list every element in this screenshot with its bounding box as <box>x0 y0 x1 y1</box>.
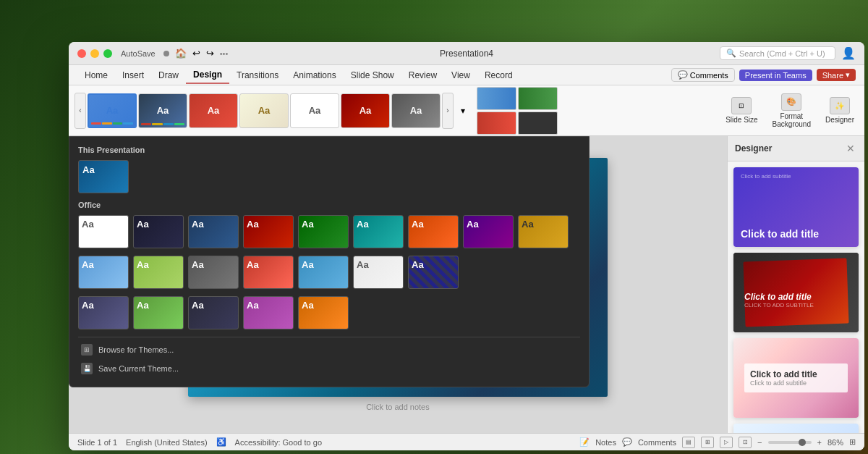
variant-1[interactable] <box>477 87 516 110</box>
tab-transitions[interactable]: Transitions <box>229 67 286 83</box>
gallery-prev-arrow[interactable]: ‹ <box>75 93 86 129</box>
tab-animations[interactable]: Animations <box>286 67 343 83</box>
share-arrow-icon: ▾ <box>846 70 850 80</box>
slide-size-icon: ⊡ <box>731 97 752 114</box>
tab-draw[interactable]: Draw <box>151 67 186 83</box>
theme-item-6[interactable]: Aa <box>353 215 404 248</box>
theme-item-18[interactable]: Aa <box>133 296 184 329</box>
slideshow-view-button[interactable]: ⊡ <box>739 437 752 448</box>
design-card-2-title: Click to add title <box>744 292 848 302</box>
theme-item-15[interactable]: Aa <box>353 256 404 289</box>
title-bar: AutoSave 🏠 ↩ ↪ ••• Presentation4 🔍 Searc… <box>69 42 864 65</box>
theme-red[interactable]: Aa <box>189 93 238 128</box>
theme-item-13[interactable]: Aa <box>243 256 294 289</box>
tab-design[interactable]: Design <box>186 67 229 84</box>
undo-icon[interactable]: ↩ <box>192 48 200 59</box>
designer-button[interactable]: ✨ Designer <box>821 94 859 127</box>
notes-label[interactable]: Notes <box>595 438 616 447</box>
comments-icon: 💬 <box>678 70 688 80</box>
search-placeholder: Search (Cmd + Ctrl + U) <box>739 49 825 58</box>
status-right: 📝 Notes 💬 Comments ▤ ⊞ ▷ ⊡ − + 86% ⊞ <box>579 437 856 448</box>
tab-record[interactable]: Record <box>477 67 520 83</box>
theme-red2[interactable]: Aa <box>341 93 390 128</box>
theme-item-17[interactable]: Aa <box>78 296 129 329</box>
zoom-slider[interactable] <box>768 441 812 444</box>
tab-insert[interactable]: Insert <box>115 67 151 83</box>
design-card-2[interactable]: Click to add title CLICK TO ADD SUBTITLE <box>733 253 859 332</box>
tab-slideshow[interactable]: Slide Show <box>344 67 401 83</box>
zoom-minus-icon[interactable]: − <box>757 438 762 447</box>
theme-item-7[interactable]: Aa <box>408 215 459 248</box>
office-themes-header: Office <box>78 201 580 209</box>
theme-item-14[interactable]: Aa <box>298 256 349 289</box>
home-icon[interactable]: 🏠 <box>175 48 187 59</box>
theme-item-19[interactable]: Aa <box>188 296 239 329</box>
theme-dark[interactable]: Aa <box>138 93 187 128</box>
design-card-1[interactable]: Click to add subtitle Click to add title <box>733 167 859 247</box>
theme-item-21[interactable]: Aa <box>298 296 349 329</box>
share-button[interactable]: Share ▾ <box>817 69 856 81</box>
fit-slide-icon[interactable]: ⊞ <box>849 437 856 447</box>
variant-4[interactable] <box>518 112 558 135</box>
theme-item-12[interactable]: Aa <box>188 256 239 289</box>
share-profile-icon[interactable]: 👤 <box>841 46 856 60</box>
notes-icon: 📝 <box>579 437 590 447</box>
minimize-button[interactable] <box>90 49 99 58</box>
maximize-button[interactable] <box>103 49 112 58</box>
designer-icon: ✨ <box>830 97 850 114</box>
theme-item-16[interactable]: Aa <box>408 256 459 289</box>
save-icon: 💾 <box>81 363 93 374</box>
click-to-add-notes[interactable]: Click to add notes <box>366 403 429 411</box>
theme-current[interactable]: Aa <box>88 93 137 128</box>
theme-gray[interactable]: Aa <box>391 93 441 128</box>
design-card-4[interactable] <box>733 424 859 433</box>
variant-2[interactable] <box>518 87 558 110</box>
autosave-label: AutoSave <box>121 49 156 58</box>
designer-close-button[interactable]: ✕ <box>844 142 857 155</box>
save-theme-action[interactable]: 💾 Save Current Theme... <box>78 359 580 378</box>
theme-item-11[interactable]: Aa <box>133 256 184 289</box>
close-button[interactable] <box>77 49 86 58</box>
tab-review[interactable]: Review <box>401 67 444 83</box>
comments-status-label[interactable]: Comments <box>638 438 676 447</box>
zoom-plus-icon[interactable]: + <box>817 438 822 447</box>
theme-item-8[interactable]: Aa <box>463 215 514 248</box>
theme-item-4[interactable]: Aa <box>243 215 294 248</box>
accessibility-status[interactable]: Accessibility: Good to go <box>235 438 322 447</box>
tab-view[interactable]: View <box>444 67 477 83</box>
zoom-level[interactable]: 86% <box>827 438 843 447</box>
browse-themes-action[interactable]: ⊞ Browse for Themes... <box>78 340 580 359</box>
variant-3[interactable] <box>477 112 516 135</box>
theme-item-1[interactable]: Aa <box>78 215 129 248</box>
grid-view-button[interactable]: ⊞ <box>701 437 714 448</box>
theme-item-10[interactable]: Aa <box>78 256 129 289</box>
gallery-next-arrow[interactable]: › <box>442 93 454 129</box>
theme-item-20[interactable]: Aa <box>243 296 294 329</box>
format-bg-icon: 🎨 <box>781 93 801 111</box>
gallery-expand-arrow[interactable]: ▾ <box>456 104 469 117</box>
comments-icon: 💬 <box>622 437 632 447</box>
ribbon-actions: 💬 Comments Present in Teams Share ▾ <box>671 68 856 82</box>
slide-size-button[interactable]: ⊡ Slide Size <box>721 94 762 127</box>
comments-button[interactable]: 💬 Comments <box>671 68 735 82</box>
format-bg-button[interactable]: 🎨 FormatBackground <box>768 91 815 131</box>
search-box[interactable]: 🔍 Search (Cmd + Ctrl + U) <box>720 46 835 60</box>
theme-item-9[interactable]: Aa <box>518 215 569 248</box>
more-icon[interactable]: ••• <box>220 49 229 58</box>
design-card-1-title: Click to add title <box>741 228 851 240</box>
format-bg-label: FormatBackground <box>773 112 811 128</box>
redo-icon[interactable]: ↪ <box>206 48 214 59</box>
normal-view-button[interactable]: ▤ <box>682 437 695 448</box>
tab-home[interactable]: Home <box>77 67 115 83</box>
theme-item-2[interactable]: Aa <box>133 215 184 248</box>
theme-item-3[interactable]: Aa <box>188 215 239 248</box>
theme-item-5[interactable]: Aa <box>298 215 349 248</box>
browse-icon: ⊞ <box>81 344 93 356</box>
present-button[interactable]: Present in Teams <box>739 70 812 81</box>
design-card-2-subtitle: CLICK TO ADD SUBTITLE <box>744 302 848 308</box>
theme-beige[interactable]: Aa <box>239 93 289 128</box>
reading-view-button[interactable]: ▷ <box>720 437 733 448</box>
current-theme-thumb[interactable]: Aa <box>78 160 129 193</box>
design-card-3[interactable]: Click to add title Click to add subtitle <box>733 338 859 418</box>
theme-white[interactable]: Aa <box>290 93 339 128</box>
